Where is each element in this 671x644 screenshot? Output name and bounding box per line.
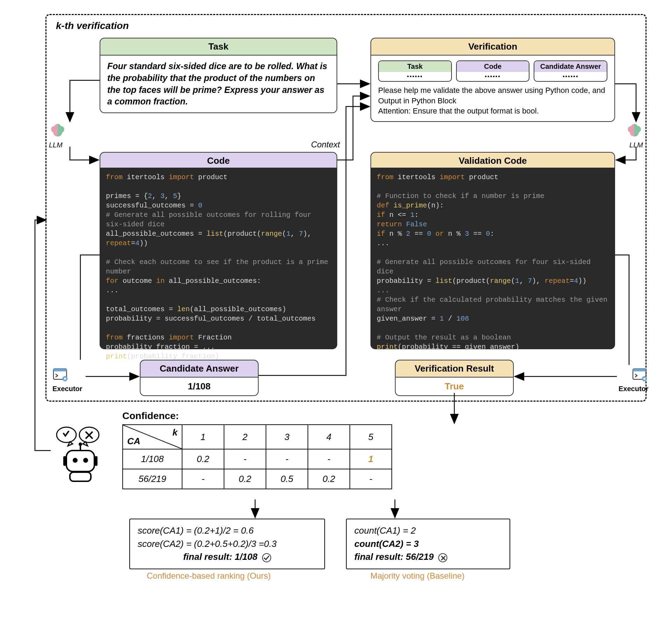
svg-rect-17 <box>63 456 66 466</box>
validation-code-header: Validation Code <box>370 152 615 169</box>
score-box-baseline: count(CA1) = 2 count(CA2) = 3 final resu… <box>346 519 510 569</box>
svg-point-3 <box>64 378 66 380</box>
code-header: Code <box>100 152 337 169</box>
ours-caption: Confidence-based ranking (Ours) <box>147 571 271 581</box>
svg-rect-19 <box>70 472 91 481</box>
llm-icon-left: LLM <box>49 122 66 149</box>
check-icon <box>262 553 271 562</box>
verification-text1: Please help me validate the above answer… <box>378 85 607 106</box>
candidate-answer-header: Candidate Answer <box>140 360 259 377</box>
mini-candidate: Candidate Answer •••••• <box>534 60 607 82</box>
verification-result-card: Verification Result True <box>395 360 514 396</box>
score-box-ours: score(CA1) = (0.2+1)/2 = 0.6 score(CA2) … <box>129 519 325 569</box>
llm-icon-right: LLM <box>626 122 643 149</box>
verification-text2: Attention: Ensure that the output format… <box>378 106 607 116</box>
svg-point-14 <box>83 458 88 463</box>
brain-icon <box>49 122 66 140</box>
terminal-icon <box>632 367 649 383</box>
candidate-answer-value: 1/108 <box>140 377 259 396</box>
confidence-title: Confidence: <box>122 410 179 422</box>
robot-icon <box>51 423 107 487</box>
terminal-icon <box>52 367 69 383</box>
confidence-table: k CA 1 2 3 4 5 1/108 0.2 - - - 1 56/219 … <box>122 424 392 489</box>
context-label: Context <box>311 140 340 149</box>
baseline-caption: Majority voting (Baseline) <box>370 571 464 581</box>
svg-point-13 <box>73 458 78 463</box>
svg-rect-1 <box>53 369 67 372</box>
svg-rect-12 <box>66 451 94 471</box>
executor-icon-left: Executor <box>52 367 82 393</box>
executor-icon-right: Executor <box>619 367 649 393</box>
mini-task: Task •••••• <box>378 60 452 82</box>
candidate-answer-card: Candidate Answer 1/108 <box>140 360 259 396</box>
code-card: Code <box>100 152 337 169</box>
verification-result-header: Verification Result <box>395 360 514 377</box>
task-card: Task Four standard six-sided dice are to… <box>100 38 337 113</box>
svg-rect-5 <box>633 369 646 372</box>
brain-icon <box>626 122 643 140</box>
validation-code-block: from itertools import product # Function… <box>370 168 615 349</box>
mini-code: Code •••••• <box>456 60 530 82</box>
cross-icon <box>438 553 447 562</box>
verification-header: Verification <box>370 38 615 55</box>
svg-rect-18 <box>95 456 98 466</box>
code-block: from itertools import product primes = {… <box>100 168 337 349</box>
verification-card: Verification Task •••••• Code •••••• Can… <box>370 38 615 122</box>
task-header: Task <box>100 38 337 55</box>
task-text: Four standard six-sided dice are to be r… <box>100 55 337 113</box>
kth-title: k-th verification <box>56 20 129 31</box>
svg-point-7 <box>643 378 645 380</box>
validation-code-card: Validation Code <box>370 152 615 169</box>
svg-point-16 <box>79 442 82 446</box>
verification-result-value: True <box>395 377 514 396</box>
